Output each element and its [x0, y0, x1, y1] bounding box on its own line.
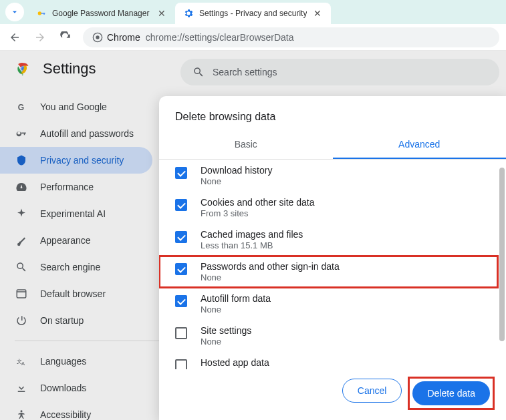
- sidebar-item-downloads[interactable]: Downloads: [0, 375, 152, 401]
- check-label: Download history: [201, 165, 487, 176]
- data-type-row: Autofill form dataNone: [159, 288, 498, 320]
- search-placeholder: Search settings: [213, 67, 277, 77]
- data-type-row: Passwords and other sign-in dataNone: [159, 256, 498, 288]
- tab-search-button[interactable]: [5, 3, 24, 21]
- sidebar-divider: [15, 341, 159, 341]
- sidebar-item-experimental-ai[interactable]: Experimental AI: [0, 200, 152, 227]
- check-label: Autofill form data: [201, 293, 487, 304]
- power-icon: [15, 314, 28, 327]
- checkbox[interactable]: [175, 167, 187, 179]
- browser-tab-password-manager[interactable]: Google Password Manager ✕: [28, 3, 175, 24]
- checkbox[interactable]: [175, 295, 187, 307]
- tab-advanced[interactable]: Advanced: [333, 132, 507, 159]
- sidebar-item-performance[interactable]: Performance: [0, 174, 152, 200]
- sidebar-item-label: Search engine: [40, 262, 100, 272]
- arrow-right-icon: [34, 31, 46, 43]
- svg-point-0: [38, 11, 41, 15]
- sidebar-item-accessibility[interactable]: Accessibility: [0, 401, 152, 420]
- tab-title: Settings - Privacy and security: [199, 9, 307, 18]
- check-sublabel: None: [201, 337, 487, 347]
- forward-button[interactable]: [32, 29, 48, 45]
- shield-icon: [15, 154, 28, 166]
- svg-point-13: [21, 410, 23, 412]
- reload-icon: [59, 31, 72, 43]
- brush-icon: [15, 234, 28, 246]
- sidebar-item-autofill-and-passwords[interactable]: Autofill and passwords: [0, 120, 152, 147]
- search-icon: [193, 66, 205, 78]
- sidebar-item-label: Autofill and passwords: [40, 128, 134, 139]
- scrollbar-thumb[interactable]: [499, 168, 505, 341]
- dialog-body: Download historyNoneCookies and other si…: [159, 160, 506, 369]
- browser-toolbar: Chrome chrome://settings/clearBrowserDat…: [0, 24, 506, 51]
- svg-rect-2: [43, 13, 44, 15]
- chrome-icon: [92, 32, 103, 43]
- address-bar[interactable]: Chrome chrome://settings/clearBrowserDat…: [83, 27, 499, 47]
- browser-tab-bar: Google Password Manager ✕ Settings - Pri…: [0, 0, 506, 24]
- url-text: chrome://settings/clearBrowserData: [146, 32, 294, 43]
- back-button[interactable]: [7, 29, 23, 45]
- chevron-down-icon: [10, 7, 19, 17]
- check-sublabel: None: [201, 272, 487, 282]
- checkbox[interactable]: [175, 359, 187, 369]
- close-icon[interactable]: ✕: [156, 8, 167, 19]
- check-label: Passwords and other sign-in data: [201, 261, 487, 272]
- search-settings-input[interactable]: Search settings: [180, 59, 499, 85]
- gear-icon: [183, 8, 194, 19]
- cancel-button[interactable]: Cancel: [342, 379, 402, 403]
- sidebar-item-label: Accessibility: [40, 409, 91, 420]
- download-icon: [15, 382, 28, 394]
- key-icon: [15, 128, 28, 140]
- delete-browsing-data-dialog: Delete browsing data Basic Advanced Down…: [159, 96, 506, 420]
- svg-rect-9: [17, 290, 26, 298]
- sidebar-item-label: Default browser: [40, 288, 106, 299]
- data-type-row: Download historyNone: [159, 160, 498, 192]
- sidebar-item-label: Performance: [40, 182, 94, 192]
- chrome-logo-icon: [15, 60, 32, 77]
- sidebar-item-languages[interactable]: 文ALanguages: [0, 348, 152, 375]
- sidebar-item-label: Experimental AI: [40, 208, 106, 219]
- close-icon[interactable]: ✕: [312, 8, 323, 19]
- dialog-tabs: Basic Advanced: [159, 132, 506, 160]
- sparkle-icon: [15, 208, 28, 220]
- svg-text:A: A: [21, 361, 25, 367]
- sidebar-item-label: You and Google: [40, 101, 107, 112]
- arrow-left-icon: [9, 31, 21, 43]
- sidebar-item-label: Downloads: [40, 383, 86, 393]
- sidebar-item-label: Appearance: [40, 235, 91, 246]
- scrollbar[interactable]: [499, 160, 505, 369]
- reload-button[interactable]: [57, 29, 74, 45]
- check-sublabel: From 3 sites: [201, 208, 487, 218]
- key-icon: [36, 8, 47, 19]
- chrome-chip: Chrome: [92, 32, 140, 43]
- checkbox[interactable]: [175, 231, 187, 243]
- delete-button-highlight: Delete data: [410, 379, 493, 408]
- sidebar-item-appearance[interactable]: Appearance: [0, 227, 152, 254]
- checkbox[interactable]: [175, 199, 187, 211]
- accessibility-icon: [15, 409, 28, 420]
- speed-icon: [15, 181, 28, 193]
- tab-title: Google Password Manager: [52, 9, 151, 18]
- browser-tab-settings[interactable]: Settings - Privacy and security ✕: [175, 3, 331, 24]
- sidebar-item-privacy-and-security[interactable]: Privacy and security: [0, 147, 152, 174]
- sidebar-item-you-and-google[interactable]: GYou and Google: [0, 93, 152, 120]
- delete-data-button[interactable]: Delete data: [412, 381, 490, 405]
- check-sublabel: None: [201, 304, 487, 314]
- search-icon: [15, 261, 28, 273]
- settings-sidebar: GYou and GoogleAutofill and passwordsPri…: [0, 91, 159, 420]
- check-sublabel: Less than 15.1 MB: [201, 240, 487, 250]
- sidebar-item-label: On startup: [40, 315, 84, 326]
- sidebar-item-default-browser[interactable]: Default browser: [0, 280, 152, 307]
- checkbox[interactable]: [175, 263, 187, 275]
- lang-icon: 文A: [15, 355, 28, 367]
- sidebar-item-on-startup[interactable]: On startup: [0, 307, 152, 334]
- data-type-row: Site settingsNone: [159, 320, 498, 352]
- svg-text:G: G: [18, 103, 24, 112]
- check-sublabel: None: [201, 176, 487, 186]
- dialog-footer: Cancel Delete data: [159, 369, 506, 420]
- data-type-row: Cached images and filesLess than 15.1 MB: [159, 224, 498, 256]
- check-label: Cached images and files: [201, 229, 487, 240]
- sidebar-item-search-engine[interactable]: Search engine: [0, 254, 152, 280]
- dialog-title: Delete browsing data: [159, 96, 506, 132]
- checkbox[interactable]: [175, 327, 187, 339]
- tab-basic[interactable]: Basic: [159, 132, 333, 159]
